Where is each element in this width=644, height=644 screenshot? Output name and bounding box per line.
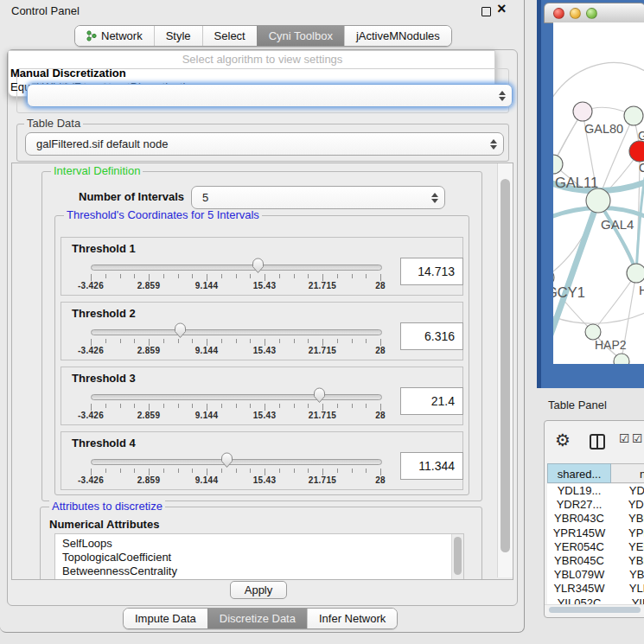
table-row[interactable]: YBL079WYBL0 — [547, 568, 644, 582]
network-window-titlebar[interactable] — [544, 3, 644, 23]
table-row[interactable]: YBR045CYBR0 — [547, 554, 644, 568]
gear-icon[interactable]: ⚙ — [555, 430, 571, 450]
network-node-label: GAL11 — [555, 175, 598, 190]
float-window-icon[interactable] — [481, 7, 491, 16]
combo-stepper-icon[interactable] — [490, 139, 497, 150]
attribute-list-item[interactable]: TopologicalCoefficient — [55, 551, 463, 564]
slider-thumb[interactable] — [220, 452, 233, 469]
network-canvas[interactable]: GAL80GACGAL11GAL4GCY1HHAP2 — [553, 22, 644, 364]
table-row[interactable]: YDR27...YDR2 — [547, 498, 644, 512]
threshold-value-field[interactable]: 21.4 — [400, 387, 463, 415]
network-node[interactable] — [627, 264, 644, 283]
number-of-intervals-combo[interactable]: 5 — [191, 186, 445, 209]
tab-label: Select — [214, 29, 245, 42]
table-cell: YBL079W — [547, 568, 611, 582]
tab-discretize-data[interactable]: Discretize Data — [207, 609, 307, 628]
slider-track[interactable] — [91, 329, 382, 335]
tick-label: 21.715 — [309, 281, 336, 290]
close-traffic-light-icon[interactable] — [553, 8, 564, 19]
table-hscrollbar-thumb[interactable] — [549, 607, 641, 613]
settings-scrollbar[interactable] — [497, 163, 513, 577]
network-graph[interactable]: GAL80GACGAL11GAL4GCY1HHAP2 — [553, 22, 644, 364]
slider-thumb[interactable] — [313, 387, 326, 404]
table-row[interactable]: YIL052CYIL0 — [547, 596, 644, 605]
table-cell: YDR2 — [611, 498, 644, 512]
slider-ticks — [91, 274, 381, 282]
table-row[interactable]: YBR043CYBR0 — [547, 512, 644, 526]
threshold-label: Threshold 3 — [72, 372, 136, 385]
table-data-combo-value: galFiltered.sif default node — [36, 133, 168, 155]
table-cell: YPR145W — [547, 526, 611, 540]
threshold-value-field[interactable]: 11.344 — [400, 452, 463, 480]
apply-button[interactable]: Apply — [230, 581, 287, 599]
number-of-intervals-label: Number of Intervals — [79, 190, 184, 203]
minimize-traffic-light-icon[interactable] — [570, 8, 581, 19]
slider-track[interactable] — [91, 459, 382, 465]
tab-label: Discretize Data — [220, 612, 296, 625]
slider-ticks — [91, 404, 381, 411]
table-row[interactable]: YLR345WYLR3 — [547, 582, 644, 596]
close-icon[interactable]: × — [497, 1, 507, 16]
table-header-row: shared... n — [547, 463, 644, 483]
tick-label: 15.43 — [253, 475, 277, 485]
tab-infer-network[interactable]: Infer Network — [307, 609, 397, 628]
combo-stepper-icon[interactable] — [431, 193, 438, 203]
table-cell: YER0 — [611, 540, 644, 554]
split-column-icon[interactable] — [590, 434, 605, 450]
table-data-title: Table Data — [24, 118, 83, 130]
table-row[interactable]: YDL19...YDL1 — [547, 484, 644, 498]
tick-label: -3.426 — [78, 411, 104, 420]
slider-thumb[interactable] — [252, 258, 265, 274]
table-hscrollbar[interactable] — [545, 604, 644, 615]
zoom-traffic-light-icon[interactable] — [586, 8, 597, 19]
combo-stepper-icon[interactable] — [499, 91, 506, 101]
tab-label: Infer Network — [319, 612, 386, 625]
threshold-label: Threshold 2 — [72, 307, 136, 320]
tick-label: 2.859 — [137, 475, 161, 485]
threshold-block: Threshold 1-3.4262.8599.14415.4321.71528… — [61, 237, 463, 296]
list-scrollbar[interactable] — [451, 534, 463, 580]
attribute-list-item[interactable]: SelfLoops — [55, 537, 463, 551]
table-body: YDL19...YDL1YDR27...YDR2YBR043CYBR0YPR14… — [547, 484, 644, 604]
slider-track[interactable] — [91, 265, 382, 271]
table-data-combo[interactable]: galFiltered.sif default node — [25, 132, 504, 156]
tick-label: 9.144 — [195, 281, 219, 290]
checkbox-icon[interactable]: ☑ — [619, 431, 630, 445]
network-node[interactable] — [624, 106, 643, 125]
network-node[interactable] — [586, 188, 610, 213]
slider-thumb[interactable] — [174, 322, 187, 339]
threshold-block: Threshold 2-3.4262.8599.14415.4321.71528… — [61, 302, 463, 360]
slider-track[interactable] — [91, 394, 382, 400]
table-row[interactable]: YER054CYER0 — [547, 540, 644, 554]
tab-network[interactable]: Network — [75, 26, 154, 46]
tick-label: 2.859 — [137, 411, 161, 420]
list-scrollbar-thumb[interactable] — [454, 537, 462, 575]
table-panel-title: Table Panel — [548, 399, 607, 411]
algorithm-combo[interactable] — [27, 84, 513, 107]
table-row[interactable]: YPR145WYPR1 — [547, 526, 644, 540]
popup-item-manual-discretization[interactable]: Manual Discretization — [10, 67, 126, 80]
network-node[interactable] — [573, 102, 592, 121]
tick-label: 2.859 — [137, 346, 161, 355]
network-node[interactable] — [629, 141, 644, 162]
thresholds-group: Threshold's Coordinates for 5 Intervals … — [54, 215, 469, 495]
settings-viewport: Interval Definition Number of Intervals … — [11, 163, 513, 580]
tab-jactivemnodules[interactable]: jActiveMNodules — [344, 26, 451, 46]
cyni-toolbox-panel: Discretization Algorithm Select algorith… — [7, 49, 518, 606]
tab-impute-data[interactable]: Impute Data — [124, 609, 207, 628]
table-cell: YDR27... — [547, 498, 611, 512]
interval-definition-group: Interval Definition Number of Intervals … — [41, 171, 482, 501]
tab-cyni-toolbox[interactable]: Cyni Toolbox — [257, 26, 344, 46]
tab-style[interactable]: Style — [154, 26, 202, 46]
attributes-group: Attributes to discretize Numerical Attri… — [40, 507, 482, 580]
settings-scrollbar-thumb[interactable] — [501, 179, 510, 552]
threshold-value-field[interactable]: 6.316 — [400, 322, 463, 350]
attribute-list-item[interactable]: BetweennessCentrality — [55, 564, 463, 578]
checkbox-icon[interactable]: ☑ — [632, 431, 643, 445]
column-header-name[interactable]: n — [611, 463, 644, 483]
tab-select[interactable]: Select — [202, 26, 257, 46]
tick-label: 15.43 — [253, 281, 277, 290]
column-header-shared-name[interactable]: shared... — [547, 463, 611, 483]
threshold-value-field[interactable]: 14.713 — [400, 258, 463, 285]
table-cell: YDL19... — [547, 484, 611, 498]
